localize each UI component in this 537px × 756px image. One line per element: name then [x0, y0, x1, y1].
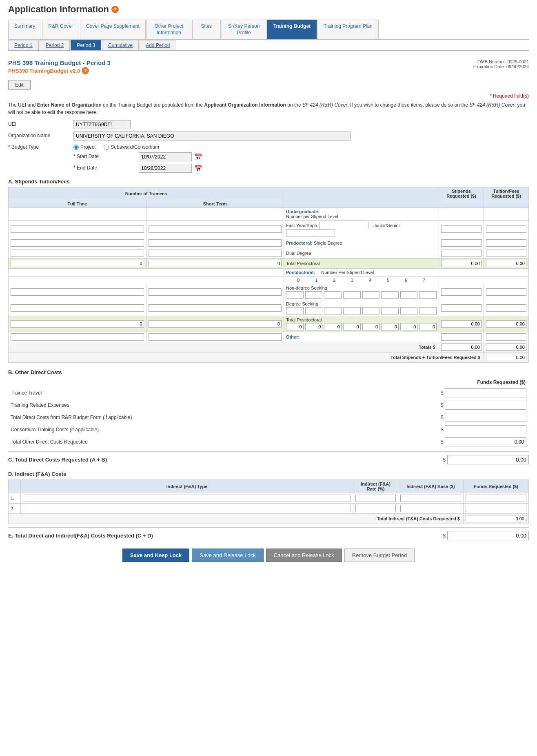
- postdoc-total-l4[interactable]: [362, 323, 380, 330]
- tab-period-2[interactable]: Period 2: [40, 40, 70, 50]
- app-help-icon[interactable]: ?: [111, 6, 119, 13]
- remove-budget-period-button[interactable]: Remove Budget Period: [344, 549, 415, 562]
- degseeking-l7[interactable]: [419, 307, 437, 314]
- indirect-funds-1-input[interactable]: [466, 495, 526, 502]
- tab-cumulative[interactable]: Cumulative: [102, 40, 139, 50]
- tab-period-1[interactable]: Period 1: [8, 40, 39, 50]
- nondeg-l2[interactable]: [324, 291, 342, 299]
- undergrad-ft-input[interactable]: [11, 225, 144, 233]
- pred-total-stipends[interactable]: [441, 260, 482, 267]
- cancel-release-lock-button[interactable]: Cancel and Release Lock: [266, 549, 342, 562]
- indirect-rate-1-input[interactable]: [355, 495, 396, 502]
- training-related-input[interactable]: [445, 401, 526, 410]
- indirect-type-2-input[interactable]: [23, 505, 351, 512]
- uei-input[interactable]: [73, 120, 131, 129]
- postdoc-total-l6[interactable]: [400, 323, 418, 330]
- pred-single-ft-input[interactable]: [11, 239, 144, 247]
- degseeking-st-input[interactable]: [149, 304, 282, 312]
- undergrad-st-input[interactable]: [149, 225, 282, 233]
- totals-tuition[interactable]: [486, 343, 526, 351]
- tab-summary[interactable]: Summary: [8, 20, 41, 39]
- degseeking-l2[interactable]: [324, 307, 342, 314]
- tab-period-3[interactable]: Period 3: [71, 40, 101, 50]
- degseeking-l3[interactable]: [343, 307, 361, 314]
- undergrad-stipends-input[interactable]: [441, 225, 482, 233]
- pred-total-st[interactable]: [149, 260, 282, 267]
- save-release-lock-button[interactable]: Save and Release Lock: [192, 549, 263, 562]
- pred-single-stipends[interactable]: [441, 239, 482, 247]
- totals-stipends[interactable]: [441, 343, 482, 351]
- postdoc-total-stipends[interactable]: [441, 320, 482, 328]
- pred-single-st-input[interactable]: [149, 239, 282, 247]
- pred-dual-ft-input[interactable]: [11, 250, 144, 257]
- pred-total-ft[interactable]: [11, 260, 144, 267]
- nondeg-l1[interactable]: [305, 291, 323, 299]
- indirect-total-input[interactable]: [466, 515, 526, 522]
- degseeking-l6[interactable]: [400, 307, 418, 314]
- indirect-type-1-input[interactable]: [23, 495, 351, 502]
- degseeking-ft-input[interactable]: [11, 304, 144, 312]
- nondeg-l3[interactable]: [343, 291, 361, 299]
- tab-other-project-info[interactable]: Other Project Information: [146, 20, 191, 39]
- tab-sites[interactable]: Sites: [192, 20, 221, 39]
- undergrad-tuition-input[interactable]: [486, 225, 526, 233]
- other-stipends[interactable]: [441, 333, 482, 341]
- other-st-input[interactable]: [149, 333, 282, 341]
- nondeg-ft-input[interactable]: [11, 288, 144, 296]
- indirect-funds-2-input[interactable]: [466, 505, 526, 512]
- pred-single-tuition[interactable]: [486, 239, 526, 247]
- first-year-input[interactable]: [320, 222, 368, 229]
- degseeking-l1[interactable]: [305, 307, 323, 314]
- other-ft-input[interactable]: [11, 333, 144, 341]
- other-tuition[interactable]: [486, 333, 526, 341]
- budget-type-subaward-radio[interactable]: [104, 145, 109, 150]
- total-other-direct-input[interactable]: [445, 437, 526, 446]
- pred-dual-st-input[interactable]: [149, 250, 282, 257]
- tab-add-period[interactable]: Add Period: [140, 40, 176, 50]
- postdoc-total-l0[interactable]: [286, 323, 304, 330]
- junior-senior-input[interactable]: [286, 229, 335, 236]
- degseeking-l5[interactable]: [381, 307, 399, 314]
- version-help-icon[interactable]: ?: [82, 67, 89, 74]
- pred-total-tuition[interactable]: [486, 260, 526, 267]
- section-c-input[interactable]: [447, 455, 529, 464]
- nondeg-l5[interactable]: [381, 291, 399, 299]
- nondeg-stipends[interactable]: [441, 288, 482, 296]
- degseeking-stipends[interactable]: [441, 304, 482, 312]
- end-date-calendar-icon[interactable]: 📅: [194, 165, 202, 172]
- degseeking-l0[interactable]: [286, 307, 304, 314]
- pred-dual-tuition[interactable]: [486, 250, 526, 257]
- total-direct-rr-input[interactable]: [445, 413, 526, 422]
- postdoc-total-l3[interactable]: [343, 323, 361, 330]
- total-stipends-tuition-input[interactable]: [486, 354, 526, 361]
- nondeg-st-input[interactable]: [149, 288, 282, 296]
- nondeg-l0[interactable]: [286, 291, 304, 299]
- budget-type-project-radio[interactable]: [73, 145, 79, 150]
- org-name-input[interactable]: [73, 132, 351, 140]
- edit-button[interactable]: Edit: [8, 80, 31, 90]
- indirect-rate-2-input[interactable]: [355, 505, 396, 512]
- postdoc-total-ft[interactable]: [11, 320, 144, 328]
- tab-training-program-plan[interactable]: Training Program Plan: [317, 20, 379, 39]
- pred-dual-stipends[interactable]: [441, 250, 482, 257]
- postdoc-total-st[interactable]: [149, 320, 282, 328]
- nondeg-l4[interactable]: [362, 291, 380, 299]
- indirect-base-2-input[interactable]: [400, 505, 461, 512]
- postdoc-total-tuition[interactable]: [486, 320, 526, 328]
- nondeg-l6[interactable]: [400, 291, 418, 299]
- section-e-input[interactable]: [447, 531, 529, 540]
- postdoc-total-l1[interactable]: [305, 323, 323, 330]
- degseeking-l4[interactable]: [362, 307, 380, 314]
- trainee-travel-input[interactable]: [445, 388, 526, 397]
- indirect-base-1-input[interactable]: [400, 495, 461, 502]
- postdoc-total-l7[interactable]: [419, 323, 437, 330]
- postdoc-total-l5[interactable]: [381, 323, 399, 330]
- degseeking-tuition[interactable]: [486, 304, 526, 312]
- save-keep-lock-button[interactable]: Save and Keep Lock: [122, 549, 189, 562]
- tab-cover-page-supplement[interactable]: Cover Page Supplement: [80, 20, 146, 39]
- postdoc-total-l2[interactable]: [324, 323, 342, 330]
- tab-training-budget[interactable]: Training Budget: [267, 20, 317, 39]
- tab-rr-cover[interactable]: R&R Cover: [42, 20, 79, 39]
- end-date-input[interactable]: [139, 164, 192, 173]
- consortium-input[interactable]: [445, 425, 526, 434]
